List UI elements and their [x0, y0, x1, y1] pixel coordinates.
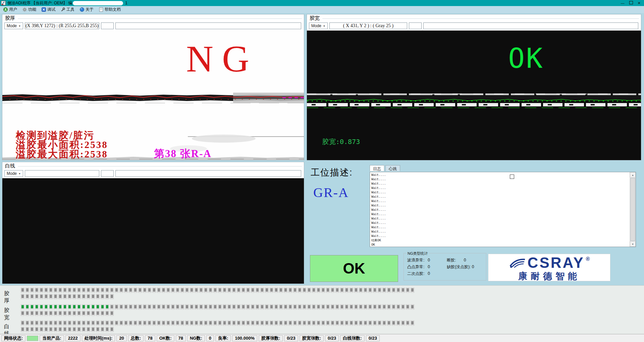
mode-label: Mode	[7, 23, 17, 28]
statusbar-field-value: 78	[145, 335, 155, 341]
indicator-cell	[176, 288, 179, 293]
indicator-cell	[364, 321, 367, 326]
indicator-cell	[44, 294, 48, 299]
indicator-cell	[138, 321, 142, 326]
indicator-cell	[359, 321, 363, 326]
indicator-cell-green	[77, 304, 81, 309]
stat-wave: 波浪异常: 0	[407, 257, 430, 263]
indicator-cell	[373, 304, 377, 309]
indicator-cell	[401, 321, 405, 326]
indicator-cell	[58, 327, 62, 332]
indicator-cell	[185, 321, 189, 326]
menu-label: 工具	[66, 7, 74, 12]
user-icon	[3, 7, 8, 12]
indicator-cell	[270, 288, 273, 293]
indicator-cell	[129, 304, 132, 309]
menu-label: 功能	[28, 7, 36, 12]
scroll-down-icon[interactable]: ▼	[630, 241, 636, 247]
brand-logo-box: CSRAY ® 康耐德智能	[488, 254, 610, 281]
white-line-panel-title: 白线	[2, 162, 304, 169]
indicator-cell-green	[96, 304, 100, 309]
indicator-cell	[317, 288, 320, 293]
indicator-cell	[307, 321, 311, 326]
white-line-image[interactable]	[2, 178, 304, 284]
indicator-cell	[49, 294, 53, 299]
statusbar-field-label: 良率:	[215, 335, 231, 341]
menu-item-help[interactable]: 帮助文档	[98, 6, 125, 13]
statusbar-field-value: 0/23	[325, 335, 339, 341]
menu-item-function[interactable]: 功能	[21, 6, 40, 13]
indicator-cell	[406, 304, 410, 309]
scroll-up-icon[interactable]: ▲	[630, 172, 636, 178]
mode-dropdown[interactable]: Mode ▼	[4, 170, 23, 177]
indicator-cell	[77, 321, 81, 326]
indicator-cell	[72, 321, 76, 326]
indicator-cell	[115, 321, 118, 326]
indicator-cell	[213, 304, 217, 309]
log-scrollbar[interactable]: ▲ ▼	[630, 172, 636, 247]
indicator-cell	[190, 288, 194, 293]
indicator-cell	[25, 327, 29, 332]
indicator-cell	[25, 311, 29, 316]
menu-item-tools[interactable]: 工具	[59, 6, 78, 13]
indicator-cell-green	[68, 304, 71, 309]
tab-log[interactable]: 日志	[370, 165, 384, 171]
tab-heartbeat[interactable]: 心跳	[385, 165, 400, 171]
indicator-cell	[241, 288, 245, 293]
indicator-cell	[303, 288, 306, 293]
indicator-cell	[77, 288, 81, 293]
indicator-cell	[162, 288, 165, 293]
frame-label: 第38 张R-A	[154, 147, 212, 160]
log-content[interactable]: Wait....Wait....Wait....Wait....Wait....…	[370, 173, 630, 246]
menu-item-debug[interactable]: 调试	[40, 6, 59, 13]
indicator-cell	[82, 294, 86, 299]
indicator-cell	[143, 288, 147, 293]
log-checkbox[interactable]	[510, 175, 514, 179]
mode-label: Mode	[311, 23, 321, 28]
indicator-cell	[265, 288, 269, 293]
indicator-cell	[298, 304, 302, 309]
indicator-row	[21, 294, 415, 299]
minimize-button[interactable]: —	[621, 0, 625, 6]
indicator-cell	[392, 288, 395, 293]
indicator-cell	[105, 327, 109, 332]
indicator-cell-green	[72, 304, 76, 309]
indicator-cell	[115, 304, 118, 309]
maximize-button[interactable]	[629, 0, 633, 6]
indicator-cell	[256, 321, 259, 326]
indicator-cell	[209, 288, 212, 293]
glue-width-image[interactable]: OK 胶宽:0.873	[307, 31, 641, 160]
station-description-label: 工位描述:	[311, 166, 353, 179]
indicator-row	[21, 288, 415, 293]
indicator-cell	[218, 288, 222, 293]
log-line: Wait....	[371, 173, 629, 177]
indicator-cell	[274, 321, 278, 326]
indicator-cell	[382, 321, 386, 326]
indicator-cell	[401, 288, 405, 293]
indicator-cell	[87, 288, 90, 293]
mode-dropdown[interactable]: Mode ▼	[309, 22, 328, 29]
indicator-cell	[270, 321, 273, 326]
indicator-cell	[213, 321, 217, 326]
indicator-cell	[392, 321, 395, 326]
indicator-row	[21, 311, 415, 316]
panel-title-text: 胶宽	[310, 15, 320, 21]
indicator-cell	[364, 304, 367, 309]
indicator-cell	[138, 288, 142, 293]
glue-thickness-image[interactable]: NG 检测到溢胶/脏污 溢胶最小面积:2538 溢胶最大面积:2538 第38 …	[2, 31, 304, 160]
log-line: Wait....	[371, 203, 629, 208]
menu-item-about[interactable]: 关于	[78, 6, 98, 13]
indicator-cell	[223, 288, 226, 293]
indicator-cell	[331, 321, 334, 326]
indicator-cell	[335, 321, 339, 326]
close-button[interactable]: ✕	[638, 0, 641, 6]
indicator-cell	[148, 304, 151, 309]
scrollbar-thumb[interactable]	[630, 178, 635, 241]
indicator-cell	[331, 288, 334, 293]
indicator-cell	[303, 304, 306, 309]
indicator-cell	[21, 294, 24, 299]
brand-subtitle: 康耐德智能	[488, 270, 610, 282]
menu-item-user[interactable]: 用户	[2, 6, 21, 13]
statusbar-field-value: 2222	[65, 335, 80, 341]
mode-dropdown[interactable]: Mode ▼	[4, 22, 23, 29]
